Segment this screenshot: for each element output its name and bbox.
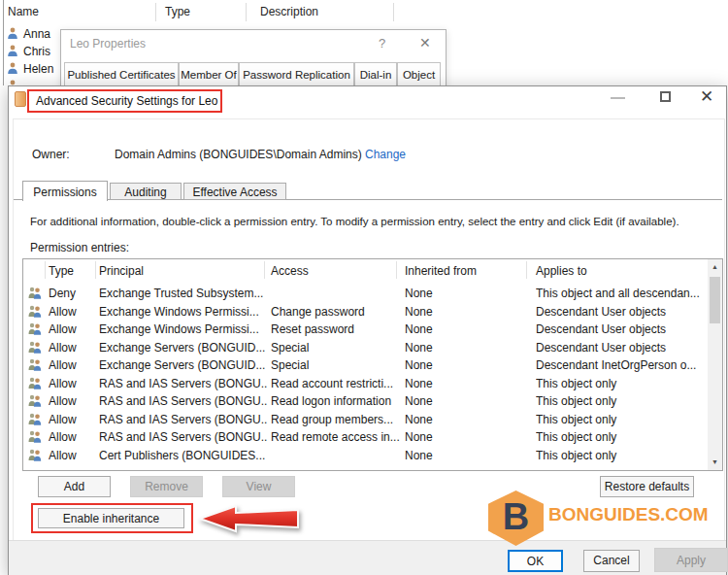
- leo-properties-dialog: Leo Properties ? ✕ Published Certificate…: [60, 29, 447, 91]
- cell-principal: Exchange Trusted Subsystem...: [99, 287, 268, 300]
- cell-type: Allow: [49, 413, 97, 426]
- tab-permissions[interactable]: Permissions: [22, 181, 108, 201]
- user-group-icon: [28, 430, 42, 446]
- advanced-security-dialog: Advanced Security Settings for Leo ✕ Own…: [8, 85, 727, 575]
- owner-label: Owner:: [32, 148, 70, 161]
- cell-access: Read remote access in...: [271, 430, 403, 444]
- remove-button[interactable]: Remove: [130, 476, 203, 497]
- close-icon[interactable]: ✕: [419, 35, 431, 51]
- table-row[interactable]: Allow RAS and IAS Servers (BONGU... Read…: [23, 375, 707, 392]
- annotation-arrow-icon: [197, 504, 302, 536]
- user-group-icon: [28, 413, 42, 428]
- header-divider: [45, 261, 46, 279]
- user-group-icon: [28, 449, 42, 464]
- list-item-user[interactable]: Helen: [7, 61, 53, 77]
- cell-access: Reset password: [271, 322, 403, 336]
- cell-access: Special: [271, 358, 403, 372]
- cell-type: Allow: [49, 449, 97, 462]
- tab-auditing[interactable]: Auditing: [110, 183, 182, 200]
- cell-type: Allow: [49, 430, 97, 444]
- help-icon[interactable]: ?: [379, 36, 385, 51]
- cell-inherited-from: None: [405, 430, 533, 444]
- table-header-principal[interactable]: Principal: [99, 264, 144, 278]
- header-divider: [396, 261, 397, 279]
- cell-type: Allow: [49, 358, 97, 372]
- minimize-icon[interactable]: [611, 97, 625, 99]
- cell-inherited-from: None: [405, 341, 533, 355]
- annotation-box-enable-inheritance: Enable inheritance: [31, 503, 193, 533]
- table-row[interactable]: Allow Exchange Servers (BONGUID... Speci…: [23, 339, 707, 356]
- user-group-icon: [28, 377, 42, 392]
- add-button[interactable]: Add: [38, 476, 111, 497]
- cell-type: Allow: [49, 394, 97, 408]
- cancel-button[interactable]: Cancel: [583, 550, 640, 572]
- instruction-text: For additional information, double-click…: [30, 216, 679, 227]
- view-button[interactable]: View: [222, 476, 295, 497]
- cell-access: Special: [271, 341, 403, 355]
- scrollbar-thumb[interactable]: [710, 277, 720, 323]
- screenshot-root: Name Type Description Anna Chris Helen L…: [0, 0, 728, 575]
- scroll-up-icon[interactable]: ▲: [708, 259, 722, 275]
- bonguides-wordmark: BONGUIDES.COM: [548, 504, 709, 525]
- dialog-icon: [15, 91, 26, 107]
- logo-letter: B: [503, 498, 529, 539]
- cell-inherited-from: None: [405, 287, 533, 300]
- permission-entries-table: Type Principal Access Inherited from App…: [22, 258, 723, 471]
- cell-inherited-from: None: [405, 305, 533, 319]
- user-group-icon: [28, 341, 42, 356]
- table-row[interactable]: Allow RAS and IAS Servers (BONGU... Read…: [23, 392, 707, 410]
- scroll-down-icon[interactable]: ▼: [708, 455, 722, 470]
- owner-value: Domain Admins (BONGUIDES\Domain Admins): [115, 148, 362, 161]
- list-item-user[interactable]: Anna: [7, 26, 50, 42]
- table-row[interactable]: Deny Exchange Trusted Subsystem... None …: [23, 285, 707, 302]
- column-header-description[interactable]: Description: [260, 5, 318, 18]
- cell-principal: Cert Publishers (BONGUIDES...: [99, 449, 268, 462]
- table-row[interactable]: Allow RAS and IAS Servers (BONGU... Read…: [23, 411, 707, 428]
- enable-inheritance-button[interactable]: Enable inheritance: [38, 508, 184, 528]
- cell-applies-to: Descendant User objects: [536, 322, 708, 336]
- column-header-name[interactable]: Name: [8, 5, 39, 18]
- user-icon: [7, 45, 18, 59]
- cell-principal: Exchange Windows Permissi...: [99, 322, 268, 336]
- permission-entries-label: Permission entries:: [30, 241, 129, 254]
- table-row[interactable]: Allow Exchange Windows Permissi... Chang…: [23, 303, 707, 321]
- close-icon[interactable]: ✕: [700, 86, 713, 107]
- table-header-type[interactable]: Type: [49, 264, 74, 278]
- cell-principal: Exchange Servers (BONGUID...: [99, 358, 268, 372]
- table-row[interactable]: Allow Exchange Windows Permissi... Reset…: [23, 321, 707, 338]
- cell-applies-to: This object and all descendan...: [536, 287, 708, 300]
- cell-principal: Exchange Windows Permissi...: [99, 305, 268, 319]
- restore-defaults-button[interactable]: Restore defaults: [600, 476, 694, 497]
- cell-principal: RAS and IAS Servers (BONGU...: [99, 377, 268, 390]
- cell-type: Allow: [49, 305, 97, 319]
- tab-effective-access[interactable]: Effective Access: [183, 183, 286, 200]
- ok-button[interactable]: OK: [508, 550, 563, 572]
- table-header-access[interactable]: Access: [271, 264, 309, 278]
- cell-inherited-from: None: [405, 358, 533, 372]
- user-group-icon: [28, 358, 42, 374]
- list-item-user[interactable]: Chris: [7, 44, 50, 59]
- cell-applies-to: Descendant User objects: [536, 305, 708, 319]
- cell-inherited-from: None: [405, 322, 533, 336]
- table-header-applies-to[interactable]: Applies to: [536, 264, 587, 278]
- cell-inherited-from: None: [405, 394, 533, 408]
- dialog-title: Leo Properties: [70, 37, 146, 51]
- table-row[interactable]: Allow Cert Publishers (BONGUIDES... None…: [23, 447, 707, 464]
- cell-applies-to: Descendant InetOrgPerson o...: [536, 358, 708, 372]
- user-group-icon: [28, 322, 42, 338]
- column-header-type[interactable]: Type: [165, 5, 190, 18]
- vertical-scrollbar[interactable]: ▲ ▼: [708, 259, 722, 470]
- maximize-icon[interactable]: [660, 91, 671, 102]
- cell-applies-to: This object only: [536, 413, 708, 426]
- table-row[interactable]: Allow Exchange Servers (BONGUID... Speci…: [23, 356, 707, 374]
- cell-type: Allow: [49, 341, 97, 355]
- apply-button[interactable]: Apply: [654, 548, 728, 572]
- cell-type: Allow: [49, 322, 97, 336]
- table-row[interactable]: Allow RAS and IAS Servers (BONGU... Read…: [23, 428, 707, 446]
- header-divider: [526, 261, 527, 279]
- cell-type: Deny: [49, 287, 97, 300]
- user-icon: [7, 27, 18, 42]
- change-owner-link[interactable]: Change: [365, 148, 406, 161]
- cell-applies-to: This object only: [536, 394, 708, 408]
- table-header-inherited-from[interactable]: Inherited from: [405, 264, 477, 278]
